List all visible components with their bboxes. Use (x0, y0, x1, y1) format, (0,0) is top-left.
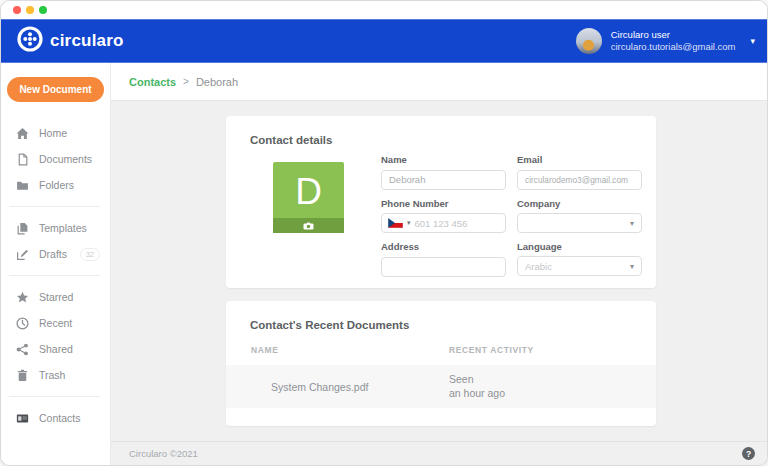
app-header: circularo Circularo user circularo.tutor… (1, 19, 767, 63)
company-select[interactable]: ▾ (517, 213, 642, 233)
minimize-window-button[interactable] (26, 6, 34, 14)
share-icon (16, 343, 29, 356)
email-input[interactable] (517, 170, 642, 190)
user-menu[interactable]: Circularo user circularo.tutorials@gmail… (576, 28, 755, 54)
window-titlebar (1, 1, 767, 19)
question-mark-icon: ? (746, 449, 751, 459)
name-input[interactable] (381, 170, 506, 190)
contact-avatar[interactable]: D (273, 162, 344, 233)
sidebar-item-trash[interactable]: Trash (1, 362, 110, 388)
sidebar-item-label: Recent (39, 317, 72, 329)
document-activity: Seen an hour ago (449, 373, 505, 400)
contacts-icon (16, 412, 29, 425)
documents-table-header: NAME RECENT ACTIVITY (226, 345, 656, 355)
czech-flag-icon[interactable] (388, 214, 403, 232)
sidebar-item-drafts[interactable]: Drafts 32 (1, 241, 110, 267)
sidebar-item-label: Shared (39, 343, 73, 355)
activity-time: an hour ago (449, 387, 505, 399)
recent-documents-card: Contact's Recent Documents NAME RECENT A… (226, 301, 656, 426)
chevron-down-icon: ▾ (750, 36, 755, 46)
phone-input[interactable] (415, 218, 485, 229)
company-label: Company (517, 198, 642, 209)
table-row[interactable]: System Changes.pdf Seen an hour ago (226, 365, 656, 408)
circularo-logo-icon (17, 26, 43, 56)
copyright-text: Circularo ©2021 (129, 448, 198, 459)
app-window: circularo Circularo user circularo.tutor… (0, 0, 768, 466)
star-icon (16, 291, 29, 304)
sidebar: New Document Home Documents Folders (1, 63, 111, 465)
column-header-name: NAME (251, 345, 449, 355)
activity-status: Seen (449, 373, 474, 385)
sidebar-item-label: Templates (39, 222, 87, 234)
brand-name: circularo (50, 31, 124, 51)
main-content: Contact details D Name (111, 101, 767, 441)
footer: Circularo ©2021 ? (111, 441, 767, 465)
sidebar-item-label: Folders (39, 179, 74, 191)
sidebar-item-label: Starred (39, 291, 73, 303)
maximize-window-button[interactable] (39, 6, 47, 14)
trash-icon (16, 369, 29, 382)
name-label: Name (381, 154, 506, 165)
pencil-icon (16, 248, 29, 261)
breadcrumb-separator: > (183, 76, 189, 87)
breadcrumb-current: Deborah (196, 76, 238, 88)
column-header-recent-activity: RECENT ACTIVITY (449, 345, 534, 355)
phone-label: Phone Number (381, 198, 506, 209)
folder-icon (16, 179, 29, 192)
sidebar-item-folders[interactable]: Folders (1, 172, 110, 198)
sidebar-divider (9, 275, 100, 276)
brand-logo[interactable]: circularo (17, 26, 124, 56)
sidebar-divider (9, 206, 100, 207)
email-field-group: Email (517, 154, 642, 190)
sidebar-item-templates[interactable]: Templates (1, 215, 110, 241)
sidebar-item-starred[interactable]: Starred (1, 284, 110, 310)
chevron-down-icon: ▾ (630, 262, 634, 271)
sidebar-item-contacts[interactable]: Contacts (1, 405, 110, 431)
sidebar-item-documents[interactable]: Documents (1, 146, 110, 172)
clock-icon (16, 317, 29, 330)
address-field-group: Address (381, 241, 506, 277)
phone-field-group: Phone Number ▾ (381, 198, 506, 233)
breadcrumb: Contacts > Deborah (111, 63, 767, 101)
contact-avatar-letter: D (295, 171, 322, 213)
sidebar-item-label: Contacts (39, 412, 80, 424)
templates-icon (16, 222, 29, 235)
phone-input-wrapper: ▾ (381, 213, 506, 233)
user-avatar (576, 28, 602, 54)
language-select[interactable]: Arabic ▾ (517, 256, 642, 276)
contact-details-title: Contact details (226, 116, 656, 146)
language-label: Language (517, 241, 642, 252)
document-name: System Changes.pdf (271, 381, 449, 393)
sidebar-item-label: Documents (39, 153, 92, 165)
help-button[interactable]: ? (742, 447, 755, 460)
sidebar-item-label: Home (39, 127, 67, 139)
drafts-count-badge: 32 (80, 248, 100, 261)
document-icon (16, 153, 29, 166)
camera-icon (303, 222, 314, 230)
recent-documents-title: Contact's Recent Documents (226, 301, 656, 331)
language-select-value: Arabic (525, 261, 630, 272)
user-email: circularo.tutorials@gmail.com (611, 41, 736, 53)
chevron-down-icon: ▾ (630, 219, 634, 228)
contact-details-card: Contact details D Name (226, 116, 656, 288)
flag-dropdown-caret-icon[interactable]: ▾ (407, 219, 411, 227)
name-field-group: Name (381, 154, 506, 190)
user-name: Circularo user (611, 29, 736, 41)
breadcrumb-contacts-link[interactable]: Contacts (129, 76, 176, 88)
sidebar-item-recent[interactable]: Recent (1, 310, 110, 336)
address-label: Address (381, 241, 506, 252)
home-icon (16, 127, 29, 140)
sidebar-item-label: Trash (39, 369, 65, 381)
sidebar-divider (9, 396, 100, 397)
change-photo-button[interactable] (273, 218, 344, 233)
company-field-group: Company ▾ (517, 198, 642, 233)
language-field-group: Language Arabic ▾ (517, 241, 642, 277)
new-document-button[interactable]: New Document (7, 77, 103, 102)
sidebar-item-shared[interactable]: Shared (1, 336, 110, 362)
address-input[interactable] (381, 257, 506, 277)
close-window-button[interactable] (13, 6, 21, 14)
sidebar-item-label: Drafts (39, 248, 67, 260)
email-label: Email (517, 154, 642, 165)
sidebar-item-home[interactable]: Home (1, 120, 110, 146)
